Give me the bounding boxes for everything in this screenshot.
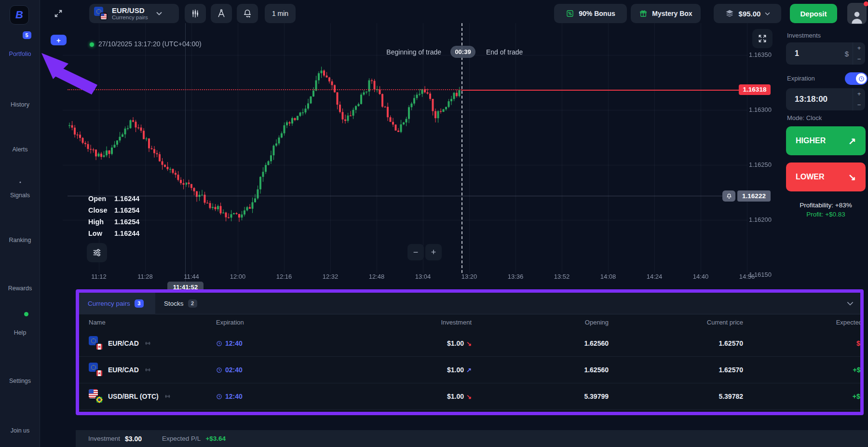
sidebar-item-history[interactable]: History — [0, 85, 40, 108]
fullscreen-button[interactable] — [752, 29, 773, 48]
chevron-down-icon — [765, 12, 770, 15]
zoom-in-button[interactable]: + — [425, 244, 442, 260]
chevron-down-icon — [847, 301, 854, 306]
pair-flag-icons — [89, 389, 103, 404]
drawing-tools-button[interactable] — [211, 4, 232, 23]
indicators-button[interactable] — [87, 243, 107, 262]
investment-decrease-button[interactable]: − — [853, 54, 865, 65]
percent-square-icon — [566, 9, 574, 18]
deposit-button[interactable]: Deposit — [790, 4, 837, 23]
sidebar: B 5PortfolioHistoryAlertsSignalsRankingR… — [0, 0, 40, 447]
current-price-cell: 1.62570 — [618, 339, 753, 347]
asset-selector[interactable]: EUR/USD Currency pairs — [89, 4, 179, 23]
chevron-down-icon — [156, 12, 162, 15]
sidebar-item-label: Settings — [0, 378, 40, 384]
alert-price-badge[interactable]: 1.16222 — [737, 190, 771, 202]
sidebar-item-rewards[interactable]: Rewards — [0, 269, 40, 292]
tab-currency-pairs[interactable]: Currency pairs 3 — [79, 293, 155, 314]
position-row[interactable]: EUR/CAD02:40$1.00↗1.625601.62570+$1.11 — [79, 357, 860, 383]
balance-value: $95.00 — [739, 10, 761, 18]
rewards-icon — [14, 269, 27, 282]
investment-input[interactable]: 1 $ + − — [786, 42, 865, 65]
sidebar-item-label: Alerts — [0, 146, 40, 153]
zoom-controls: − + — [407, 244, 442, 260]
trade-begin-label: Beginning of trade — [376, 48, 441, 56]
sidebar-item-ranking[interactable]: Ranking — [0, 221, 40, 244]
expiration-mode-label: Mode: Clock — [787, 114, 822, 122]
expected-pl-cell: +$1.11 — [753, 366, 860, 374]
sidebar-item-joinus[interactable]: Join us — [0, 411, 40, 434]
opening-cell: 1.62560 — [481, 366, 618, 374]
layers-icon — [725, 9, 734, 18]
trade-start-line — [461, 23, 462, 273]
expiration-time-value: 13:18:00 — [786, 95, 853, 104]
expiration-decrease-button[interactable]: − — [853, 99, 865, 110]
expiration-mode-toggle[interactable] — [845, 72, 868, 85]
column-header: Expected P/L — [753, 319, 860, 326]
current-price-cell: 5.39782 — [618, 393, 753, 400]
expiration-increase-button[interactable]: + — [853, 88, 865, 99]
position-row[interactable]: EUR/CAD12:40$1.00↘1.625601.62570$0.00 — [79, 330, 860, 357]
badge-count: 5 — [23, 31, 31, 39]
clock-icon — [216, 393, 222, 400]
higher-button[interactable]: HIGHER ↗ — [786, 126, 866, 155]
opening-cell: 5.39799 — [481, 393, 618, 400]
sliders-icon — [92, 247, 102, 258]
sidebar-item-signals[interactable]: Signals — [0, 176, 40, 199]
chart-type-button[interactable] — [185, 4, 206, 23]
time-tick: 14:24 — [640, 273, 669, 280]
price-tick: 1.16300 — [746, 106, 772, 114]
avatar[interactable] — [847, 3, 867, 24]
price-alert-button[interactable] — [237, 4, 258, 23]
tab-stocks[interactable]: Stocks 2 — [155, 293, 206, 314]
alert-bell-button[interactable] — [722, 190, 735, 202]
time-tick: 13:52 — [547, 273, 576, 280]
pair-flag-icons — [89, 363, 103, 377]
notification-dot — [864, 1, 868, 6]
currency-symbol: $ — [845, 50, 849, 58]
time-tick: 14:40 — [686, 273, 715, 280]
investment-increase-button[interactable]: + — [853, 42, 865, 54]
ca-flag-icon — [95, 343, 103, 351]
time-tick: 11:28 — [131, 273, 160, 280]
opening-cell: 1.62560 — [481, 339, 618, 347]
alerts-icon — [14, 130, 27, 143]
pair-name: EUR/CAD — [108, 366, 139, 374]
positions-panel: Currency pairs 3 Stocks 2 NameExpiration… — [79, 293, 860, 412]
position-row[interactable]: USD/BRL (OTC)12:40$1.00↘5.397995.39782+$… — [79, 383, 860, 410]
bonus-label: 90% Bonus — [579, 10, 615, 17]
portfolio-icon: 5 — [14, 35, 27, 47]
clock-icon — [216, 367, 222, 373]
sidebar-item-alerts[interactable]: Alerts — [0, 130, 40, 153]
bonus-chip[interactable]: 90% Bonus — [554, 4, 627, 23]
lower-button[interactable]: LOWER ↘ — [786, 163, 866, 191]
direction-arrow-icon: ↗ — [466, 366, 472, 374]
zoom-out-button[interactable]: − — [407, 244, 424, 260]
pair-name: USD/BRL (OTC) — [108, 393, 159, 400]
annotation-highlight-box: Currency pairs 3 Stocks 2 NameExpiration… — [76, 289, 864, 415]
sidebar-item-help[interactable]: Help — [0, 313, 40, 336]
mystery-box-chip[interactable]: Mystery Box — [631, 4, 701, 23]
asset-category-label: Currency pairs — [112, 14, 148, 20]
balance-selector[interactable]: $95.00 — [714, 4, 781, 23]
compass-draw-icon — [216, 8, 227, 19]
column-header: Expiration — [206, 319, 346, 326]
interval-selector[interactable]: 1 min — [265, 4, 296, 23]
expand-icon[interactable] — [51, 6, 66, 21]
sidebar-item-settings[interactable]: Settings — [0, 362, 40, 384]
brand-logo-icon[interactable]: B — [10, 5, 29, 25]
sidebar-item-portfolio[interactable]: 5Portfolio — [0, 35, 40, 57]
crosshair-vline — [185, 23, 186, 282]
tab-count-badge: 2 — [188, 299, 197, 308]
current-price-badge: 1.16318 — [739, 84, 771, 95]
collapse-panel-button[interactable] — [847, 299, 854, 308]
candlestick-chart[interactable] — [63, 23, 747, 273]
time-tick: 12:48 — [362, 273, 391, 280]
clock-icon — [858, 76, 865, 82]
expiration-time-input[interactable]: 13:18:00 + − — [786, 88, 865, 110]
expected-pl-cell: +$1.93 — [753, 393, 860, 400]
online-dot — [24, 312, 28, 316]
sidebar-item-label: Ranking — [0, 237, 40, 244]
tab-count-badge: 3 — [135, 299, 144, 308]
current-price-line — [461, 90, 746, 91]
